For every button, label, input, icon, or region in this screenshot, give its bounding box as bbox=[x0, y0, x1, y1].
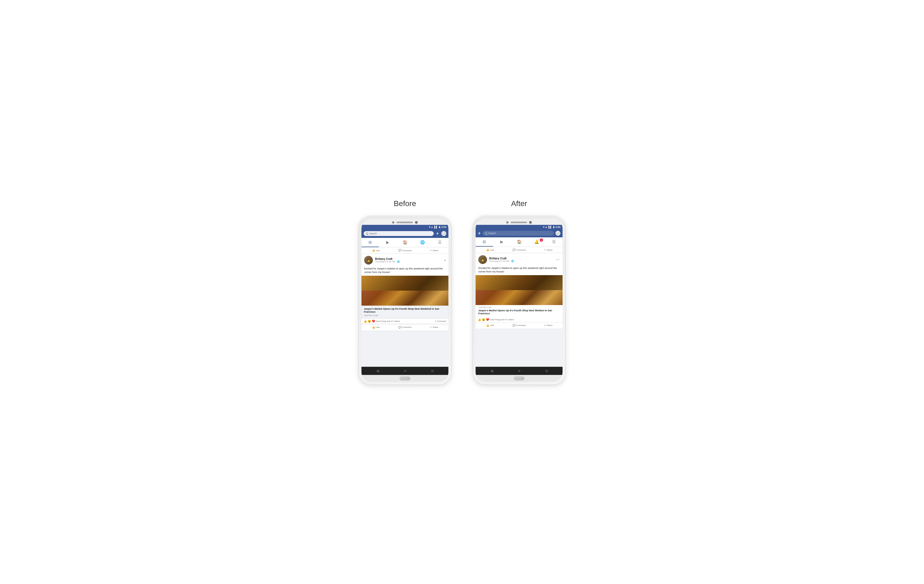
back-btn-after[interactable]: ◁ bbox=[490, 369, 493, 373]
share-btn-before[interactable]: ↗Share bbox=[419, 326, 449, 329]
comment-btn-after[interactable]: 💬Comment bbox=[505, 324, 534, 328]
battery-icon-after: ▮ bbox=[553, 226, 554, 228]
avatar-after: 🧑 bbox=[478, 255, 487, 264]
status-bar-before: ▼▲ ▌▌ ▮ 2:04 bbox=[361, 225, 449, 229]
phone-speaker-before bbox=[396, 222, 413, 223]
partial-share-before[interactable]: ↗Share bbox=[419, 248, 449, 252]
android-nav-after: ◁ ○ □ bbox=[475, 367, 563, 375]
post-menu-after[interactable]: ··· bbox=[556, 258, 560, 262]
nav-tab-video-after[interactable]: ▶ bbox=[493, 237, 510, 247]
comment-btn-before[interactable]: 💬Comment bbox=[391, 326, 420, 329]
post-meta-after: Brittany Craft Thursday at 2:04 PM · 🌐 bbox=[489, 257, 554, 262]
like-emoji-after: 👍 bbox=[478, 318, 481, 321]
wifi-icon-before: ▼▲ bbox=[428, 226, 433, 228]
nav-tab-menu-before[interactable]: ☰ bbox=[431, 238, 449, 247]
post-header-before: 🧑 Brittany Craft Thursday at 2:04 PM · 🌐 bbox=[361, 254, 449, 266]
phone-top-bar-before bbox=[361, 219, 449, 225]
time-before: 2:04 bbox=[441, 226, 446, 228]
bottom-actions-after: 👍Like 💬Comment ↗Share bbox=[475, 322, 563, 328]
partial-comment-before[interactable]: 💬Comment bbox=[391, 248, 420, 252]
post-header-after: 🧑 Brittany Craft Thursday at 2:04 PM · 🌐 bbox=[475, 253, 563, 265]
before-screen: ▼▲ ▌▌ ▮ 2:04 Search ✈ bbox=[361, 225, 449, 375]
post-card-after: 🧑 Brittany Craft Thursday at 2:04 PM · 🌐 bbox=[475, 253, 563, 328]
phone-speaker-after bbox=[511, 222, 527, 223]
partial-like-after[interactable]: 👍Like bbox=[475, 248, 505, 252]
nav-tab-video-before[interactable]: ▶ bbox=[379, 238, 396, 247]
search-placeholder-before: Search bbox=[369, 232, 377, 235]
search-placeholder-after: Search bbox=[488, 232, 496, 235]
home-btn-after[interactable]: ○ bbox=[518, 369, 520, 373]
messenger-icon-after[interactable]: 💬 bbox=[556, 231, 560, 236]
nav-tabs-after: ⊟ ▶ 🏠 🔔 2 ☰ bbox=[475, 237, 563, 247]
phone-dot-after bbox=[506, 221, 508, 223]
wifi-icon-after: ▼▲ bbox=[543, 226, 547, 228]
paper-plane-icon-after[interactable]: ✈ bbox=[478, 231, 481, 235]
phone-bottom-before bbox=[361, 375, 449, 382]
share-btn-after[interactable]: ↗Share bbox=[533, 324, 563, 328]
after-phone: ▼▲ ▌▌ ▮ 2:04 ✈ Search bbox=[473, 216, 565, 385]
post-meta-before: Brittany Craft Thursday at 2:04 PM · 🌐 bbox=[375, 258, 442, 263]
bread-image-bottom-after bbox=[475, 290, 563, 305]
reactions-row-after: 👍 😮 ❤️ Kara Pang and 47 others bbox=[475, 317, 563, 322]
phone-top-bar-after bbox=[475, 219, 563, 225]
android-nav-before: ◁ ○ □ bbox=[361, 367, 449, 375]
reactions-row-before: 👍 😮 ❤️ Kara Pang and 47 others 1 Comment bbox=[361, 319, 449, 324]
post-author-before: Brittany Craft bbox=[375, 258, 442, 260]
link-preview-before[interactable]: Jasper's Market Opens Up It's Fourth Sho… bbox=[361, 306, 449, 319]
after-label: After bbox=[511, 199, 527, 208]
phone-bottom-after bbox=[475, 375, 563, 382]
like-emoji-before: 👍 bbox=[364, 320, 367, 323]
reactions-text-after: Kara Pang and 47 others bbox=[490, 318, 514, 321]
nav-tab-newsfeed-after[interactable]: ⊟ bbox=[475, 237, 493, 247]
recents-btn-before[interactable]: □ bbox=[432, 369, 434, 373]
home-button-before[interactable] bbox=[399, 377, 410, 381]
avatar-before: 🧑 bbox=[364, 256, 373, 265]
home-button-after[interactable] bbox=[514, 377, 525, 381]
like-btn-after[interactable]: 👍Like bbox=[475, 324, 505, 328]
action-bar-partial-before: 👍Like 💬Comment ↗Share bbox=[361, 247, 449, 254]
post-author-after: Brittany Craft bbox=[489, 257, 554, 260]
bread-image-bottom-before bbox=[361, 291, 449, 306]
status-bar-after: ▼▲ ▌▌ ▮ 2:04 bbox=[475, 225, 563, 229]
reactions-text-before: Kara Pang and 47 others bbox=[376, 320, 400, 323]
privacy-globe-before: · 🌐 bbox=[396, 260, 400, 263]
heart-emoji-after: ❤️ bbox=[486, 318, 489, 321]
nav-tab-marketplace-after[interactable]: 🏠 bbox=[510, 237, 528, 247]
nav-tab-marketplace-before[interactable]: 🏠 bbox=[396, 238, 414, 247]
post-text-after: Excited for Jasper's Market to open up t… bbox=[475, 265, 563, 275]
reactions-left-before: 👍 😮 ❤️ Kara Pang and 47 others bbox=[364, 320, 400, 323]
wow-emoji-after: 😮 bbox=[482, 318, 485, 321]
back-btn-before[interactable]: ◁ bbox=[376, 369, 379, 373]
like-btn-before[interactable]: 👍Like bbox=[361, 326, 391, 329]
heart-emoji-before: ❤️ bbox=[372, 320, 375, 323]
messenger-icon-before[interactable]: 💬 bbox=[441, 231, 446, 236]
nav-tab-newsfeed-before[interactable]: ⊟ bbox=[361, 238, 379, 247]
before-phone: ▼▲ ▌▌ ▮ 2:04 Search ✈ bbox=[359, 216, 451, 385]
home-btn-before[interactable]: ○ bbox=[404, 369, 406, 373]
link-preview-after[interactable]: TASTER.COM Jasper's Market Opens Up It's… bbox=[475, 305, 563, 317]
paper-plane-icon-before[interactable]: ✈ bbox=[436, 231, 440, 236]
signal-icon-after: ▌▌ bbox=[548, 226, 552, 228]
post-menu-before[interactable]: ▾ bbox=[444, 259, 446, 262]
search-bar-before[interactable]: Search bbox=[364, 231, 434, 236]
recents-btn-after[interactable]: □ bbox=[546, 369, 548, 373]
post-image-after bbox=[475, 275, 563, 305]
reactions-left-after: 👍 😮 ❤️ Kara Pang and 47 others bbox=[478, 318, 514, 321]
nav-tab-notifications-after[interactable]: 🔔 2 bbox=[528, 237, 545, 247]
partial-comment-after[interactable]: 💬Comment bbox=[505, 248, 534, 252]
nav-tab-menu-after[interactable]: ☰ bbox=[545, 237, 563, 247]
post-text-before: Excited for Jasper's Market to open up t… bbox=[361, 266, 449, 276]
partial-like-before[interactable]: 👍Like bbox=[361, 248, 391, 252]
feed-area-before: 🧑 Brittany Craft Thursday at 2:04 PM · 🌐 bbox=[361, 254, 449, 367]
partial-share-after[interactable]: ↗Share bbox=[533, 248, 563, 252]
nav-tab-globe-before[interactable]: 🌐 bbox=[414, 238, 431, 247]
phone-camera-after bbox=[529, 221, 532, 224]
search-bar-after[interactable]: Search bbox=[483, 231, 554, 236]
battery-icon-before: ▮ bbox=[439, 226, 440, 228]
bottom-actions-before: 👍Like 💬Comment ↗Share bbox=[361, 324, 449, 330]
before-column: Before ▼▲ ▌▌ ▮ 2:04 bbox=[359, 199, 451, 385]
bread-image-top-before bbox=[361, 276, 449, 291]
comment-count-before: 1 Comment bbox=[435, 320, 446, 323]
wow-emoji-before: 😮 bbox=[368, 320, 371, 323]
after-phone-inner: ▼▲ ▌▌ ▮ 2:04 ✈ Search bbox=[475, 219, 563, 382]
